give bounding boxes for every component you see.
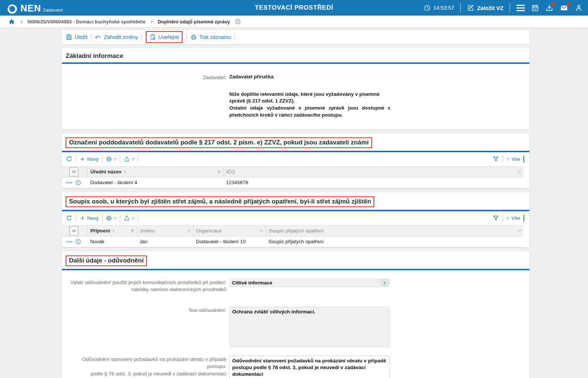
cell-firstname: Jan	[137, 236, 193, 247]
turnover-justification-textarea[interactable]: Odůvodnění stanovení požadavků na prokáz…	[229, 356, 390, 378]
plus-icon	[80, 156, 85, 162]
discard-changes-button[interactable]: Zahodit změny	[95, 34, 138, 41]
print-icon	[190, 34, 197, 40]
column-settings-icon[interactable]	[69, 227, 78, 235]
messages-button[interactable]	[560, 4, 568, 12]
view-all-button[interactable]: Vše	[512, 215, 520, 221]
grid-print-button[interactable]: ▽	[106, 156, 116, 162]
clock-icon	[424, 4, 431, 12]
toolbar-divider	[141, 34, 142, 41]
column-filter-icon[interactable]: ▽	[518, 170, 521, 173]
column-header-firstname[interactable]: Jméno ▽	[137, 225, 193, 236]
nen-logo-icon	[7, 3, 18, 14]
save-label: Uložit	[75, 34, 88, 40]
print-icon	[106, 215, 112, 221]
column-filter-icon[interactable]: ▽	[131, 229, 134, 232]
subcontractors-table: Úřední název↑ ▽ IČO ▽	[62, 166, 523, 188]
label-line-2: podle § 78 odst. 3, pokud je neuvedl v z…	[91, 371, 227, 377]
table-header-row: Úřední název↑ ▽ IČO ▽	[62, 166, 523, 177]
section-title-other-data: Další údaje - odůvodnění	[66, 255, 147, 266]
note-line-2: Ostatní údaje vyžadované v písemné zpráv…	[229, 105, 390, 119]
row-info-icon[interactable]	[75, 239, 81, 245]
new-record-button[interactable]: Nový	[80, 215, 99, 221]
grid-export-button[interactable]: ▽	[124, 215, 134, 221]
download-notification-dot	[552, 2, 555, 6]
home-icon[interactable]	[8, 18, 15, 25]
publish-highlight-box: Uveřejnit	[146, 31, 183, 43]
communication-reason-select[interactable]: Citlivé informace	[229, 279, 390, 287]
section-title-conflicts: Soupis osob, u kterých byl zjištěn střet…	[66, 196, 374, 207]
toolbar-divider	[503, 156, 503, 163]
refresh-icon[interactable]	[66, 156, 73, 163]
view-dropdown-icon[interactable]: ▽	[506, 157, 509, 161]
new-record-button[interactable]: Nový	[80, 156, 99, 162]
toolbar-divider	[120, 215, 120, 222]
sort-asc-icon: ↑	[124, 169, 127, 175]
cell-surname: Novák	[87, 236, 137, 247]
print-dropdown-icon: ▽	[114, 157, 116, 161]
logo-subtitle: Zadavatel	[43, 8, 63, 12]
breadcrumb-procurement[interactable]: N006/25/V00004583 - Domácí kuchyňské spo…	[27, 19, 145, 25]
column-label: Příjmení	[91, 228, 110, 234]
toolbar-divider	[102, 156, 102, 163]
column-settings-cell	[62, 225, 87, 236]
contracting-authority-value: Zadavatel příručka	[229, 74, 273, 79]
save-button[interactable]: Uložit	[66, 34, 88, 40]
turnover-justification-label: Odůvodnění stanovení požadavků na prokáz…	[62, 356, 226, 378]
column-header-measures[interactable]: Soupis přijatých opatření ▽	[266, 225, 523, 236]
table-row[interactable]: Dodavatel - školení 4 12345678	[62, 177, 523, 188]
menu-icon[interactable]	[516, 5, 525, 11]
section-basic-info: Základní informace Zadavatel: Zadavatel …	[62, 48, 529, 129]
downloads-button[interactable]	[545, 4, 553, 12]
grid-export-button[interactable]: ▽	[124, 156, 134, 162]
print-record-button[interactable]: Tisk záznamu	[190, 34, 231, 40]
calendar-icon[interactable]	[531, 4, 539, 12]
cell-official-name: Dodavatel - školení 4	[87, 177, 223, 188]
toolbar-divider	[234, 34, 235, 41]
row-info-icon[interactable]	[75, 180, 81, 186]
column-filter-icon[interactable]: ▽	[218, 170, 220, 173]
basic-info-note: Níže doplňte relevantní údaje, které jso…	[229, 91, 390, 119]
grid-print-button[interactable]: ▽	[106, 215, 116, 221]
create-vz-button[interactable]: Založit VZ	[467, 4, 503, 12]
communication-reason-value: Citlivé informace	[232, 280, 381, 286]
conflicts-grid-toolbar: Nový ▽ ▽	[62, 211, 529, 225]
column-header-official-name[interactable]: Úřední název↑ ▽	[87, 166, 223, 177]
print-label: Tisk záznamu	[199, 34, 231, 40]
row-menu-icon[interactable]	[66, 241, 72, 243]
filter-icon[interactable]	[492, 215, 499, 222]
column-label: Soupis přijatých opatření	[269, 228, 324, 234]
export-dropdown-icon: ▽	[132, 157, 134, 161]
column-label: IČO	[226, 169, 235, 175]
label-line-1: Odůvodnění stanovení požadavků na prokáz…	[82, 356, 226, 369]
column-filter-icon[interactable]: ▽	[260, 229, 263, 232]
column-header-surname[interactable]: Příjmení↑ ▽	[87, 225, 137, 236]
toolbar-end-bar	[523, 156, 524, 163]
user-icon[interactable]	[575, 4, 583, 12]
nen-logo[interactable]: NEN Zadavatel	[7, 1, 63, 14]
table-row[interactable]: Novák Jan Dodavatel - školení 10 Soupis …	[62, 236, 523, 247]
view-dropdown-icon[interactable]: ▽	[506, 216, 509, 220]
column-header-organization[interactable]: Organizace ▽	[193, 225, 266, 236]
column-label: Organizace	[196, 228, 222, 234]
edit-icon	[467, 4, 474, 12]
justification-textarea[interactable]: Ochrana zvlášť citlivých informací.	[229, 307, 390, 347]
chevron-right-icon	[19, 19, 24, 24]
filter-icon[interactable]	[492, 156, 499, 163]
toolbar-divider	[138, 215, 138, 222]
open-select-button[interactable]	[381, 280, 388, 286]
publish-button[interactable]: Uveřejnit	[150, 34, 179, 40]
view-all-button[interactable]: Vše	[512, 156, 520, 162]
subcontractors-grid-toolbar: Nový ▽ ▽	[62, 152, 529, 166]
column-filter-icon[interactable]: ▽	[188, 229, 190, 232]
column-header-ico[interactable]: IČO ▽	[223, 166, 523, 177]
column-filter-icon[interactable]: ▽	[518, 229, 521, 232]
table-header-row: Příjmení↑ ▽ Jméno ▽ Organizace ▽ Soupis …	[62, 225, 523, 236]
row-menu-icon[interactable]	[66, 182, 72, 184]
close-tab-icon[interactable]	[234, 18, 241, 25]
column-settings-icon[interactable]	[69, 167, 78, 176]
toolbar-divider	[187, 34, 187, 41]
server-time: 14:53:57	[424, 4, 454, 12]
column-label: Jméno	[140, 228, 155, 234]
refresh-icon[interactable]	[66, 215, 73, 222]
